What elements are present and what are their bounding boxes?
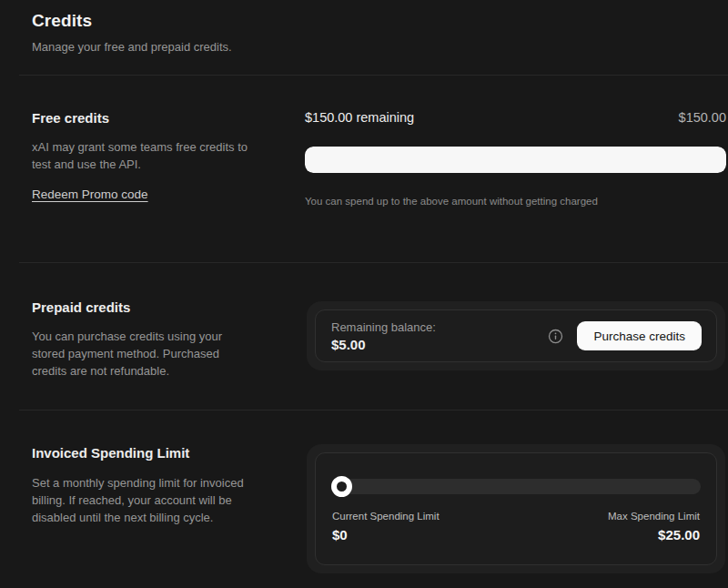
free-credits-caption: You can spend up to the above amount wit… <box>305 196 598 207</box>
free-credits-remaining-amount: $150.00 remaining <box>305 110 414 125</box>
prepaid-credits-description: You can purchase credits using your stor… <box>32 328 255 380</box>
invoiced-spending-limit-heading: Invoiced Spending Limit <box>32 445 189 461</box>
free-credits-heading: Free credits <box>32 110 109 126</box>
free-credits-total-amount: $150.00 <box>679 110 726 125</box>
invoiced-spending-limit-description: Set a monthly spending limit for invoice… <box>32 474 255 526</box>
prepaid-balance-card: Remaining balance: $5.00 Purchase credit… <box>307 301 725 370</box>
section-divider <box>19 262 728 263</box>
spending-limit-panel: Current Spending Limit $0 Max Spending L… <box>315 452 717 565</box>
balance-block: Remaining balance: $5.00 <box>331 320 436 352</box>
max-spending-limit-value: $25.00 <box>658 527 700 542</box>
info-circle-icon[interactable] <box>548 329 563 344</box>
redeem-promo-code-link[interactable]: Redeem Promo code <box>32 188 148 201</box>
header-divider <box>19 75 728 76</box>
page-title: Credits <box>32 11 92 31</box>
section-divider <box>19 410 728 411</box>
prepaid-balance-panel: Remaining balance: $5.00 Purchase credit… <box>315 309 717 362</box>
free-credits-progress-fill <box>305 147 726 173</box>
spending-limit-slider-handle[interactable] <box>331 476 352 497</box>
prepaid-credits-heading: Prepaid credits <box>32 299 130 315</box>
remaining-balance-value: $5.00 <box>331 337 436 352</box>
prepaid-actions: Purchase credits <box>548 321 702 350</box>
current-spending-limit-label: Current Spending Limit <box>332 511 440 522</box>
remaining-balance-label: Remaining balance: <box>331 320 436 334</box>
spending-limit-card: Current Spending Limit $0 Max Spending L… <box>307 444 725 573</box>
free-credits-progress-bar <box>305 147 726 173</box>
max-spending-limit-label: Max Spending Limit <box>608 511 700 522</box>
free-credits-description: xAI may grant some teams free credits to… <box>32 138 255 173</box>
purchase-credits-button[interactable]: Purchase credits <box>577 321 702 350</box>
spending-limit-slider-track[interactable] <box>331 479 701 494</box>
page-subtitle: Manage your free and prepaid credits. <box>32 40 232 54</box>
current-spending-limit-value: $0 <box>332 527 348 542</box>
